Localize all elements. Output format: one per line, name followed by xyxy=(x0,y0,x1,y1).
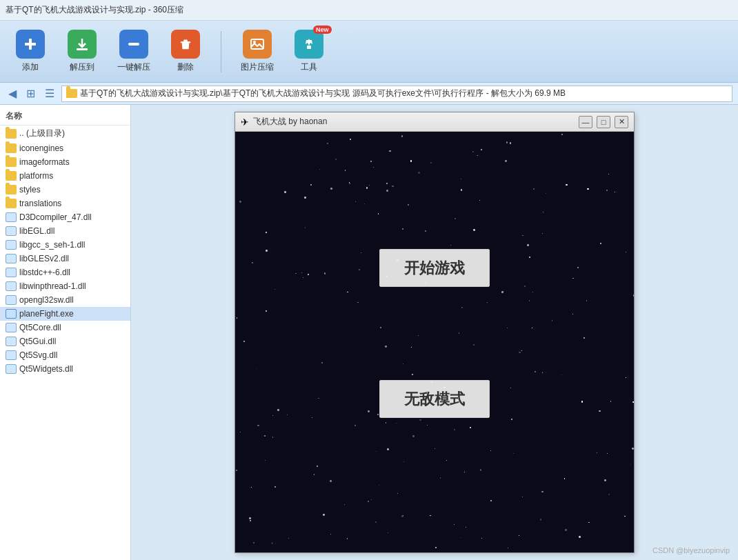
file-item[interactable]: .. (上级目录) xyxy=(0,126,130,141)
image-compress-label: 图片压缩 xyxy=(241,61,274,73)
file-type-icon xyxy=(6,171,17,181)
one-click-extract-button[interactable]: 一键解压 xyxy=(114,30,152,73)
address-path[interactable]: 基于QT的飞机大战游戏设计与实现.zip\基于QT的飞机大战游戏设计与实现 源码… xyxy=(61,86,732,102)
svg-rect-3 xyxy=(128,43,139,46)
file-item-name: libEGL.dll xyxy=(19,226,54,236)
file-item-name: .. (上级目录) xyxy=(19,128,65,139)
svg-rect-4 xyxy=(183,40,188,42)
file-item-name: libGLESv2.dll xyxy=(19,254,69,263)
file-item[interactable]: Qt5Svg.dll xyxy=(0,348,130,362)
file-type-icon xyxy=(6,212,17,222)
svg-rect-8 xyxy=(307,46,311,49)
file-item-name: libgcc_s_seh-1.dll xyxy=(19,240,85,250)
add-label: 添加 xyxy=(22,61,39,73)
game-window-wrapper: ✈ 飞机大战 by haonan — □ ✕ 开始游戏 无敌模式 CSDN @b… xyxy=(131,105,738,560)
file-item[interactable]: libgcc_s_seh-1.dll xyxy=(0,238,130,252)
file-type-icon xyxy=(6,254,17,263)
file-type-icon xyxy=(6,295,17,305)
file-type-icon xyxy=(6,309,17,319)
file-item[interactable]: libwinpthread-1.dll xyxy=(0,279,130,293)
add-button[interactable]: 添加 xyxy=(11,30,49,73)
file-type-icon xyxy=(6,185,17,194)
file-type-icon xyxy=(6,143,17,153)
file-type-icon xyxy=(6,364,17,374)
tools-icon xyxy=(295,30,323,59)
oneclick-label: 一键解压 xyxy=(117,61,150,73)
svg-rect-5 xyxy=(180,41,190,43)
new-badge: New xyxy=(313,26,332,34)
address-bar: ◀ ⊞ ☰ 基于QT的飞机大战游戏设计与实现.zip\基于QT的飞机大战游戏设计… xyxy=(0,83,738,105)
file-item-name: platforms xyxy=(19,171,53,181)
tools-button[interactable]: New 工具 xyxy=(290,30,328,73)
game-title-text: 飞机大战 by haonan xyxy=(253,116,575,128)
file-item[interactable]: Qt5Core.dll xyxy=(0,321,130,334)
view-button[interactable]: ⊞ xyxy=(23,87,38,100)
delete-icon xyxy=(171,30,200,59)
game-titlebar: ✈ 飞机大战 by haonan — □ ✕ xyxy=(235,112,634,132)
path-folder-icon xyxy=(66,89,77,98)
path-text: 基于QT的飞机大战游戏设计与实现.zip\基于QT的飞机大战游戏设计与实现 源码… xyxy=(80,88,566,99)
file-item-name: Qt5Widgets.dll xyxy=(19,364,73,374)
watermark: CSDN @biyezuopinvip xyxy=(652,546,730,554)
close-button[interactable]: ✕ xyxy=(615,116,628,128)
file-list: 名称 .. (上级目录)iconenginesimageformatsplatf… xyxy=(0,105,131,560)
maximize-button[interactable]: □ xyxy=(597,116,610,128)
back-button[interactable]: ◀ xyxy=(6,87,19,100)
file-type-icon xyxy=(6,240,17,250)
file-item[interactable]: imageformats xyxy=(0,155,130,169)
file-item-name: Qt5Svg.dll xyxy=(19,350,57,360)
file-item[interactable]: iconengines xyxy=(0,141,130,155)
file-item[interactable]: Qt5Widgets.dll xyxy=(0,362,130,376)
toolbar: 添加 解压到 一键解压 删除 xyxy=(0,21,738,83)
invincible-mode-button[interactable]: 无敌模式 xyxy=(379,380,490,418)
extract-icon xyxy=(68,30,97,59)
file-item-name: D3Dcompiler_47.dll xyxy=(19,212,92,222)
file-item[interactable]: styles xyxy=(0,183,130,197)
tools-label: 工具 xyxy=(301,61,317,73)
file-item[interactable]: libGLESv2.dll xyxy=(0,252,130,266)
title-text: 基于QT的飞机大战游戏设计与实现.zip - 360压缩 xyxy=(6,4,183,16)
extract-label: 解压到 xyxy=(70,61,94,73)
file-item-name: libstdc++-6.dll xyxy=(19,268,70,277)
file-type-icon xyxy=(6,323,17,332)
svg-point-7 xyxy=(253,41,256,43)
file-item-name: Qt5Gui.dll xyxy=(19,337,56,346)
file-type-icon xyxy=(6,281,17,291)
file-item-name: iconengines xyxy=(19,143,63,153)
svg-rect-1 xyxy=(25,43,36,46)
list-button[interactable]: ☰ xyxy=(42,87,57,100)
image-compress-button[interactable]: 图片压缩 xyxy=(238,30,276,73)
file-item[interactable]: opengl32sw.dll xyxy=(0,293,130,307)
starfield xyxy=(235,132,634,552)
delete-button[interactable]: 删除 xyxy=(166,30,204,73)
start-game-button[interactable]: 开始游戏 xyxy=(379,249,490,287)
file-item-name: imageformats xyxy=(19,157,70,167)
delete-label: 删除 xyxy=(177,61,194,73)
file-type-icon xyxy=(6,157,17,167)
minimize-button[interactable]: — xyxy=(579,116,592,128)
file-item[interactable]: planeFight.exe xyxy=(0,307,130,321)
file-type-icon xyxy=(6,337,17,346)
file-type-icon xyxy=(6,350,17,360)
image-compress-icon xyxy=(243,30,272,59)
file-type-icon xyxy=(6,199,17,208)
game-content: 开始游戏 无敌模式 xyxy=(235,132,634,552)
game-window: ✈ 飞机大战 by haonan — □ ✕ 开始游戏 无敌模式 xyxy=(235,112,635,553)
file-item-name: styles xyxy=(19,185,41,194)
file-type-icon xyxy=(6,226,17,236)
extract-button[interactable]: 解压到 xyxy=(63,30,101,73)
file-item-name: libwinpthread-1.dll xyxy=(19,281,86,291)
file-item[interactable]: libEGL.dll xyxy=(0,224,130,238)
main-content: 名称 .. (上级目录)iconenginesimageformatsplatf… xyxy=(0,105,738,560)
file-item[interactable]: translations xyxy=(0,197,130,210)
file-list-header: 名称 xyxy=(0,108,130,126)
file-item[interactable]: D3Dcompiler_47.dll xyxy=(0,210,130,224)
file-type-icon xyxy=(6,268,17,277)
file-item[interactable]: libstdc++-6.dll xyxy=(0,266,130,279)
file-item-name: opengl32sw.dll xyxy=(19,295,74,305)
toolbar-separator xyxy=(221,31,221,72)
file-item[interactable]: platforms xyxy=(0,169,130,183)
file-item-name: Qt5Core.dll xyxy=(19,323,61,332)
file-item[interactable]: Qt5Gui.dll xyxy=(0,334,130,348)
add-icon xyxy=(16,30,45,59)
